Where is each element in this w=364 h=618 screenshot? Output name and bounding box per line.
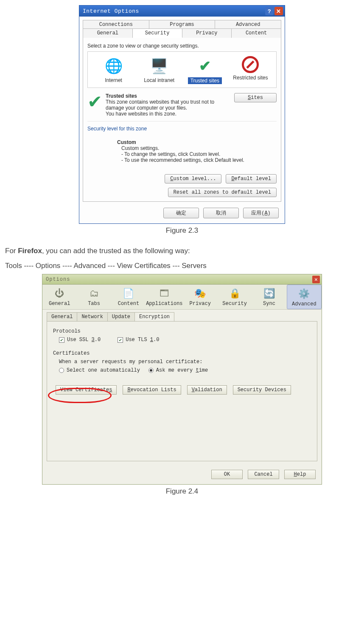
subtab-encryption[interactable]: Encryption: [134, 312, 174, 321]
intranet-icon: 🖥️: [149, 56, 169, 76]
tab-general[interactable]: General: [83, 28, 133, 38]
validation-button[interactable]: Validation: [187, 385, 227, 395]
toolbar-item-general[interactable]: ⏻ General: [42, 285, 77, 309]
switch-icon: ⏻: [52, 287, 67, 300]
protocols-heading: Protocols: [53, 328, 311, 334]
certificates-heading: Certificates: [53, 350, 311, 356]
toolbar-label: Content: [112, 301, 146, 307]
zone-list: 🌐 Internet 🖥️ Local intranet ✔ Trusted s…: [87, 51, 277, 88]
radio-label: Ask me every time: [156, 367, 208, 373]
zone-internet[interactable]: 🌐 Internet: [95, 56, 133, 84]
sites-button[interactable]: Sites: [234, 93, 277, 102]
toolbar-label: Security: [218, 301, 252, 307]
apply-button[interactable]: 应用(A): [243, 208, 279, 218]
view-certificates-button[interactable]: View Certificates: [56, 385, 117, 395]
toolbar-item-privacy[interactable]: 🎭 Privacy: [183, 285, 218, 309]
custom-level-button[interactable]: Custom level...: [165, 174, 221, 183]
dialog-titlebar: Options ✕: [42, 274, 322, 285]
toolbar-item-security[interactable]: 🔒 Security: [218, 285, 252, 309]
toolbar-item-advanced[interactable]: ⚙️ Advanced: [287, 285, 322, 309]
toolbar-label: Advanced: [287, 301, 321, 307]
security-devices-button[interactable]: Security Devices: [233, 385, 291, 395]
subtab-network[interactable]: Network: [77, 312, 107, 321]
ssl-label: Use SSL 3.0: [67, 337, 101, 343]
help-button[interactable]: ?: [265, 7, 274, 15]
internet-options-dialog: Internet Options ? ✕ Connections Program…: [79, 5, 285, 224]
checkbox-icon: ✔: [118, 337, 123, 343]
toolbar-label: Tabs: [77, 301, 111, 307]
dialog-titlebar: Internet Options ? ✕: [79, 6, 285, 17]
tab-advanced[interactable]: Advanced: [215, 20, 281, 29]
close-button[interactable]: ✕: [274, 7, 283, 15]
tab-programs[interactable]: Programs: [149, 20, 216, 29]
checkmark-icon: ✔: [195, 56, 215, 76]
ok-button[interactable]: 确定: [163, 208, 199, 218]
toolbar-item-content[interactable]: 📄 Content: [112, 285, 146, 309]
doc-nav-path: Tools ---- Options ---- Advanced --- Vie…: [5, 260, 359, 271]
ssl-checkbox[interactable]: ✔ Use SSL 3.0: [59, 337, 101, 343]
toolbar-label: General: [42, 301, 76, 307]
tls-checkbox[interactable]: ✔ Use TLS 1.0: [118, 337, 159, 343]
zone-restricted-sites[interactable]: Restricted sites: [231, 56, 269, 84]
toolbar-label: Sync: [252, 301, 286, 307]
options-toolbar: ⏻ General 🗂 Tabs 📄 Content 🗔 Application…: [42, 285, 322, 310]
help-button[interactable]: Help: [284, 470, 316, 479]
ok-button[interactable]: OK: [211, 470, 243, 479]
dialog-title: Internet Options: [83, 8, 139, 14]
subtab-update[interactable]: Update: [107, 312, 135, 321]
revocation-lists-button[interactable]: Revocation Lists: [123, 385, 181, 395]
tab-connections[interactable]: Connections: [83, 20, 149, 29]
toolbar-label: Privacy: [183, 301, 217, 307]
radio-icon: [148, 368, 154, 373]
gear-icon: ⚙️: [297, 288, 311, 300]
toolbar-item-applications[interactable]: 🗔 Applications: [146, 285, 183, 309]
no-entry-icon: [242, 56, 259, 73]
zone-label: Internet: [95, 77, 133, 83]
cancel-button[interactable]: Cancel: [248, 470, 279, 479]
security-level-heading: Security level for this zone: [87, 126, 277, 132]
trusted-heading: Trusted sites: [106, 93, 231, 99]
zone-label: Restricted sites: [231, 75, 269, 81]
mask-icon: 🎭: [193, 287, 207, 300]
globe-icon: 🌐: [104, 56, 123, 76]
custom-line: - To change the settings, click Custom l…: [121, 151, 277, 157]
custom-line: - To use the recommended settings, click…: [121, 157, 277, 163]
zone-label: Local intranet: [140, 77, 178, 83]
trusted-sites-description: Trusted sites This zone contains website…: [106, 93, 231, 117]
cancel-button[interactable]: 取消: [203, 208, 239, 218]
radio-ask-every-time[interactable]: Ask me every time: [148, 367, 208, 373]
custom-heading: Custom: [117, 139, 277, 145]
trusted-desc-line: This zone contains websites that you tru…: [106, 99, 231, 111]
sync-icon: 🔄: [262, 287, 276, 300]
toolbar-item-sync[interactable]: 🔄 Sync: [252, 285, 286, 309]
firefox-options-dialog: Options ✕ ⏻ General 🗂 Tabs 📄 Content 🗔 A…: [42, 274, 322, 485]
custom-line: Custom settings.: [121, 145, 277, 151]
zone-prompt: Select a zone to view or change security…: [87, 43, 277, 49]
toolbar-label: Applications: [146, 301, 182, 307]
doc-paragraph: For Firefox, you can add the trusted as …: [5, 245, 359, 257]
reset-all-button[interactable]: Reset all zones to default level: [168, 188, 277, 197]
page-icon: 📄: [121, 287, 136, 300]
tab-content[interactable]: Content: [232, 28, 281, 38]
tab-privacy[interactable]: Privacy: [182, 28, 232, 38]
checkmark-icon: ✔: [87, 93, 102, 111]
tab-security[interactable]: Security: [133, 28, 182, 38]
subtab-general[interactable]: General: [47, 312, 77, 321]
tabs-icon: 🗂: [87, 287, 101, 300]
tls-label: Use TLS 1.0: [126, 337, 159, 343]
close-button[interactable]: ✕: [312, 276, 320, 283]
trusted-desc-line: You have websites in this zone.: [106, 111, 231, 117]
radio-icon: [59, 368, 64, 373]
radio-label: Select one automatically: [67, 367, 140, 373]
zone-label: Trusted sites: [188, 77, 222, 84]
lock-icon: 🔒: [227, 287, 242, 300]
apps-icon: 🗔: [157, 287, 171, 300]
default-level-button[interactable]: Default level: [226, 174, 277, 183]
zone-trusted-sites[interactable]: ✔ Trusted sites: [186, 56, 224, 84]
figure-caption: Figure 2.4: [5, 487, 359, 496]
zone-local-intranet[interactable]: 🖥️ Local intranet: [140, 56, 178, 84]
figure-caption: Figure 2.3: [5, 226, 359, 235]
dialog-title: Options: [46, 277, 70, 282]
radio-select-automatically[interactable]: Select one automatically: [59, 367, 140, 373]
toolbar-item-tabs[interactable]: 🗂 Tabs: [77, 285, 111, 309]
